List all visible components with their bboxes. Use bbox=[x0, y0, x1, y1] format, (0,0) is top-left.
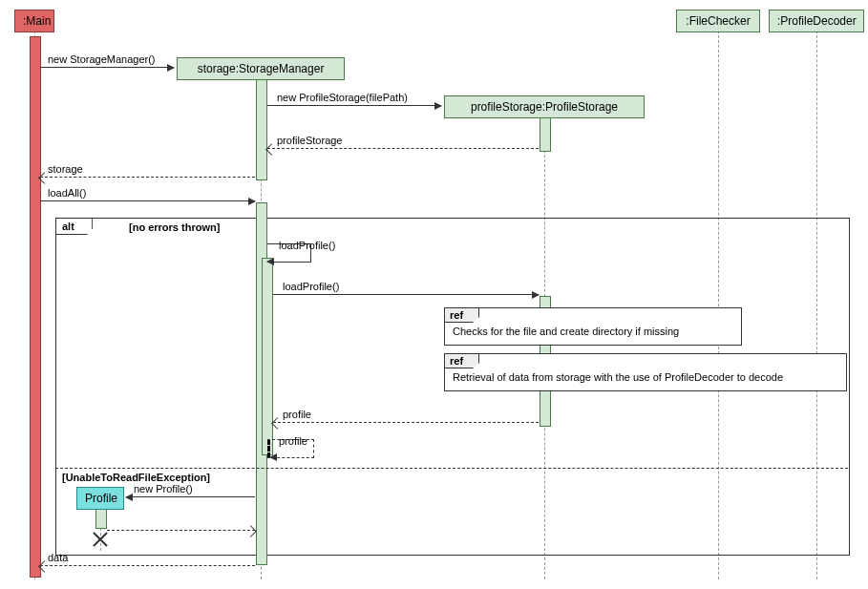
arrow-loadprofile2 bbox=[273, 294, 539, 295]
participant-label: :Main bbox=[23, 14, 51, 28]
arrow-ret-storage bbox=[40, 177, 255, 178]
sequence-diagram: :Main storage:StorageManager profileStor… bbox=[10, 10, 858, 582]
ref-label-1: ref bbox=[445, 308, 479, 323]
msg-new-profilestorage: new ProfileStorage(filePath) bbox=[277, 92, 408, 103]
activation-storage-1 bbox=[256, 78, 267, 180]
msg-loadprofile1: loadProfile() bbox=[279, 240, 335, 251]
ref-box-1: ref Checks for the file and create direc… bbox=[444, 307, 742, 346]
activation-main bbox=[30, 36, 41, 578]
frame-label-alt: alt bbox=[56, 219, 93, 235]
activation-profilestorage-1 bbox=[540, 116, 551, 152]
msg-loadprofile2: loadProfile() bbox=[283, 281, 339, 292]
participant-label: :ProfileDecoder bbox=[777, 14, 857, 28]
arrow-new-profile bbox=[126, 496, 255, 497]
ref-text-2: Retrieval of data from storage with the … bbox=[445, 354, 846, 387]
arrow-new-profilestorage bbox=[267, 105, 441, 106]
ref-label-2: ref bbox=[445, 354, 479, 368]
participant-profile: Profile bbox=[76, 487, 124, 510]
ref-text-1: Checks for the file and create directory… bbox=[445, 308, 741, 341]
arrow-ret-profile1 bbox=[273, 422, 539, 423]
msg-new-storage: new StorageManager() bbox=[48, 53, 156, 65]
arrow-ret-profilestorage bbox=[267, 148, 539, 149]
participant-label: storage:StorageManager bbox=[198, 62, 325, 75]
participant-label: Profile bbox=[85, 492, 117, 505]
arrow-new-storage bbox=[40, 67, 174, 68]
participant-main: :Main bbox=[14, 10, 54, 32]
participant-label: profileStorage:ProfileStorage bbox=[471, 100, 618, 114]
msg-new-profile: new Profile() bbox=[134, 483, 193, 494]
msg-ret-data: data bbox=[48, 552, 68, 563]
arrow-loadall bbox=[40, 200, 255, 201]
ref-box-2: ref Retrieval of data from storage with … bbox=[444, 353, 847, 391]
msg-ret-storage: storage bbox=[48, 163, 83, 175]
participant-filechecker: :FileChecker bbox=[676, 10, 760, 32]
msg-ret-profile1: profile bbox=[283, 409, 311, 420]
activation-storage-3 bbox=[262, 258, 273, 455]
participant-profilestorage: profileStorage:ProfileStorage bbox=[444, 95, 645, 118]
participant-profiledecoder: :ProfileDecoder bbox=[769, 10, 864, 32]
msg-ret-profilestorage: profileStorage bbox=[277, 135, 343, 146]
alt-divider bbox=[55, 468, 848, 469]
arrow-ret-new-profile bbox=[107, 530, 255, 531]
participant-storage: storage:StorageManager bbox=[177, 57, 345, 80]
participant-label: :FileChecker bbox=[686, 14, 750, 28]
destroy-profile bbox=[93, 532, 108, 547]
activation-profile bbox=[95, 508, 107, 529]
arrow-ret-data bbox=[40, 565, 255, 566]
msg-ret-profile2: profile bbox=[279, 435, 307, 447]
msg-loadall: loadAll() bbox=[48, 187, 86, 199]
